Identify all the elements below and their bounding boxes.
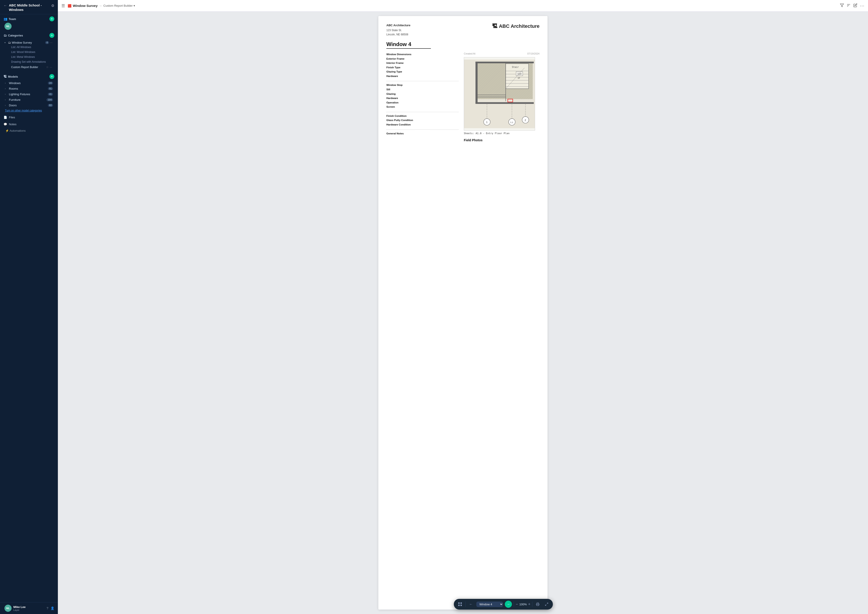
user-info: Mike Lee Layer [13,605,45,611]
next-button[interactable]: → [505,601,512,608]
field-interior-frame: Interior Frame [387,61,458,65]
prev-button[interactable]: ← [467,601,475,608]
floor-plan-svg: Stair 114 UP [464,57,535,130]
field-divider-1 [387,81,458,81]
bottom-nav: ← Window 4 → − 100% + [454,599,553,609]
svg-rect-22 [475,102,534,104]
category-menu-window-survey[interactable]: ··· [50,41,53,44]
model-name-furniture: Furniture [9,98,45,101]
logo-icon: 🏗 [492,23,497,29]
files-nav-item[interactable]: 📄 Files [0,114,58,121]
help-button[interactable]: ? [47,606,48,610]
created-at-label: Created At [464,52,475,55]
grid-button[interactable] [457,601,464,608]
sidebar-header-left: ← ABC Middle School - Windows [3,3,51,12]
user-name: Mike Lee [13,605,45,609]
model-badge-doors: 83 [48,104,53,107]
model-name-rooms: Rooms [9,87,47,90]
chevron-icon: › [5,93,8,95]
zoom-in-button[interactable]: + [528,602,531,607]
settings-button[interactable]: ⚙ [51,3,54,8]
zoom-out-button[interactable]: − [516,602,518,607]
back-button[interactable]: ← [3,3,7,8]
svg-marker-0 [840,4,844,7]
field-window-dimensions: Window Dimensions [387,52,458,57]
field-group-2: Window Stop Sill Glazing Hardware Operat… [387,83,458,109]
add-team-button[interactable]: + [50,17,54,21]
model-lighting[interactable]: › Lighting Fixtures 41 [3,91,54,97]
automations-nav-item[interactable]: ⚡ Automations [0,128,58,134]
window-selector[interactable]: Window 4 [476,602,503,607]
company-logo: 🏗 ABC Architecture [492,23,539,29]
field-window-stop: Window Stop [387,83,458,87]
menu-button[interactable]: ☰ [61,3,65,8]
svg-text:Stair: Stair [512,66,519,68]
notes-nav-item[interactable]: 💬 Notes [0,121,58,128]
expand-button[interactable] [543,601,550,608]
svg-rect-21 [475,62,534,63]
team-label: Team [9,17,16,21]
field-glass-putty: Glass Putty Condition [387,118,458,122]
field-glazing: Glazing [387,92,458,96]
field-group-1: Window Dimensions Exterior Frame Interio… [387,52,458,78]
chevron-icon: › [5,99,8,101]
report-header: ABC Architecture 123 State St. Lincoln, … [387,23,539,37]
field-group-3: Finish Condition Glass Putty Condition H… [387,114,458,127]
field-finish-type: Finish Type [387,65,458,70]
more-button[interactable]: ··· [860,3,865,8]
dropdown-icon: ▾ [134,4,135,7]
filter-button[interactable] [840,3,844,8]
model-rooms[interactable]: › Rooms 91 [3,86,54,91]
automations-icon: ⚡ [5,129,9,132]
field-finish-condition: Finish Condition [387,114,458,118]
turn-on-categories-link[interactable]: Turn on other model categories [3,108,54,113]
zoom-controls: − 100% + [516,602,530,607]
star-icon[interactable]: ☆ [46,65,49,69]
subitem-metal-windows[interactable]: List: Metal Windows [10,54,53,59]
field-divider-3 [387,129,458,130]
report-right: Created At 07/19/2024 [464,52,539,142]
subitem-all-windows[interactable]: List: All Windows [10,45,53,50]
sort-button[interactable] [847,3,851,8]
model-windows[interactable]: › Windows 24 [3,80,54,86]
breadcrumb-arrow: → [99,4,102,8]
models-label: Models [8,75,18,78]
category-badge-window-survey: 4 [45,41,49,44]
model-name-doors: Doors [9,104,47,107]
category-row-window-survey[interactable]: ▾ 🗂 Window Survey 4 ··· [3,40,53,45]
model-doors[interactable]: › Doors 83 [3,102,54,108]
model-badge-lighting: 41 [48,93,53,96]
categories-label: Categories [8,34,23,37]
breadcrumb-sub[interactable]: Custom Report Builder ▾ [104,4,135,7]
user-avatar: ML [5,605,12,612]
company-address-line1: 123 State St. [387,28,410,33]
custom-report-label: Custom Report Builder [11,66,45,69]
chevron-icon: › [5,82,8,84]
custom-report-row[interactable]: Custom Report Builder ☆ ··· [10,64,53,70]
user-actions: ? 👤 [47,606,54,610]
model-badge-windows: 24 [48,82,53,85]
profile-button[interactable]: 👤 [51,606,54,610]
svg-text:1.1: 1.1 [510,121,513,124]
print-button[interactable] [534,601,541,608]
subitem-wood-windows[interactable]: List: Wood Windows [10,50,53,54]
svg-text:114: 114 [517,73,522,75]
subitem-drawing-set[interactable]: Drawing Set with Annotations [10,59,53,64]
company-address-line2: Lincoln, NE 68508 [387,33,410,37]
custom-report-menu-icon[interactable]: ··· [50,65,52,69]
model-name-lighting: Lighting Fixtures [9,93,47,96]
created-at-row: Created At 07/19/2024 [464,52,539,55]
categories-icon: 🗂 [3,34,7,37]
sub-items-window-survey: List: All Windows List: Wood Windows Lis… [3,45,53,70]
window-title: Window 4 [387,41,539,47]
main-content: ☰ 🟥 Window Survey → Custom Report Builde… [58,0,868,614]
model-furniture[interactable]: › Furniture 104 [3,97,54,102]
edit-button[interactable] [853,3,857,8]
add-model-button[interactable]: + [50,74,54,79]
categories-title: 🗂 Categories [3,34,23,37]
category-window-survey: ▾ 🗂 Window Survey 4 ··· List: All Window… [3,39,54,71]
svg-line-42 [545,605,547,606]
window-title-underline [387,48,431,49]
add-category-button[interactable]: + [50,33,54,38]
field-general-notes: General Notes [387,132,458,136]
